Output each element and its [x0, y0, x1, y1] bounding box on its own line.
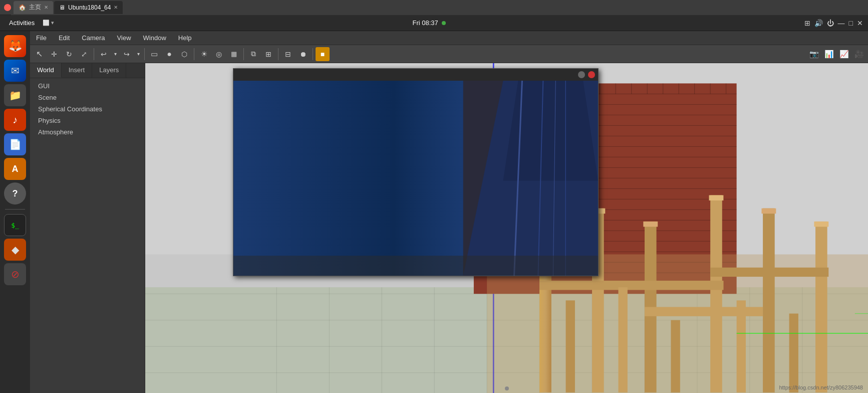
tool-copy[interactable]: ⧉: [246, 47, 260, 61]
menu-view[interactable]: View: [115, 33, 133, 43]
menu-help[interactable]: Help: [176, 33, 194, 43]
viewport-3d[interactable]: https://blog.csdn.net/zy806235948: [145, 63, 868, 393]
music-icon: ♪: [13, 114, 18, 126]
clock-display: Fri 08:37: [412, 19, 446, 27]
tool-translate[interactable]: ✛: [47, 47, 61, 61]
tab-home-close[interactable]: ✕: [44, 5, 48, 10]
status-dot: [442, 21, 446, 25]
browser-chrome: 🏠 主页 ✕ 🖥 Ubuntu1804_64 ✕: [0, 0, 868, 15]
sub-window-content: [233, 81, 598, 276]
window-close-icon[interactable]: ✕: [857, 19, 863, 27]
tool-grid[interactable]: ▦: [227, 47, 241, 61]
clock-area[interactable]: Fri 08:37: [412, 19, 446, 27]
tool-active-obj[interactable]: ■: [316, 47, 330, 61]
subwin-close[interactable]: [588, 71, 595, 78]
tool-cylinder[interactable]: ⬡: [177, 47, 191, 61]
panel-item-gui[interactable]: GUI: [30, 80, 145, 92]
sub-window[interactable]: [233, 68, 599, 276]
tool-log[interactable]: 📊: [822, 47, 836, 61]
tool-light-sun[interactable]: ☀: [197, 47, 211, 61]
taskbar-terminal[interactable]: $_: [4, 214, 26, 236]
tool-screenshot[interactable]: 📷: [807, 47, 821, 61]
redo-dropdown[interactable]: ▾: [135, 47, 142, 61]
tool-rotate[interactable]: ↻: [62, 47, 76, 61]
network-icon[interactable]: ⊞: [804, 19, 810, 27]
tool-undo[interactable]: ↩: [97, 47, 111, 61]
svg-rect-92: [233, 256, 598, 276]
browser-close-btn[interactable]: [4, 4, 11, 11]
svg-rect-67: [709, 195, 724, 200]
svg-rect-76: [671, 320, 680, 392]
toolbar-sep-6: [313, 48, 313, 60]
svg-rect-69: [814, 222, 828, 227]
content-area: World Insert Layers GUI Scene Spherical …: [30, 63, 868, 393]
svg-rect-73: [710, 268, 828, 277]
tool-light-spot[interactable]: ◎: [212, 47, 226, 61]
panel-item-atmosphere[interactable]: Atmosphere: [30, 126, 145, 138]
panel-item-spherical[interactable]: Spherical Coordinates: [30, 103, 145, 115]
tab-layers[interactable]: Layers: [92, 63, 126, 78]
tab-home[interactable]: 🏠 主页 ✕: [14, 1, 53, 14]
svg-rect-68: [761, 209, 776, 214]
taskbar-help[interactable]: ?: [4, 182, 26, 205]
tab-world[interactable]: World: [30, 63, 62, 78]
toolbar-sep-1: [94, 48, 94, 60]
power-icon[interactable]: ⏻: [827, 19, 834, 27]
tool-paste[interactable]: ⊞: [261, 47, 275, 61]
taskbar-layers[interactable]: ◆: [4, 239, 26, 261]
tool-video[interactable]: 🎥: [852, 47, 866, 61]
tool-box[interactable]: ▭: [147, 47, 161, 61]
menu-window[interactable]: Window: [141, 33, 168, 43]
gazebo-menubar: File Edit Camera View Window Help: [30, 31, 868, 45]
svg-rect-78: [789, 314, 798, 392]
tab-ubuntu-close[interactable]: ✕: [114, 5, 118, 10]
panel-item-physics[interactable]: Physics: [30, 115, 145, 126]
svg-rect-77: [737, 300, 746, 392]
blocked-icon: ⊘: [11, 268, 20, 280]
tool-sphere[interactable]: ●: [162, 47, 176, 61]
tab-insert[interactable]: Insert: [62, 63, 93, 78]
clock-time: Fri 08:37: [412, 19, 438, 27]
tool-plot[interactable]: 📈: [837, 47, 851, 61]
help-icon: ?: [13, 188, 18, 199]
menu-file[interactable]: File: [34, 33, 49, 43]
taskbar-font[interactable]: A: [4, 158, 26, 180]
toolbar-right: 📷 📊 📈 🎥: [807, 47, 866, 61]
sub-window-titlebar: [233, 69, 598, 81]
activities-button[interactable]: Activities: [5, 18, 39, 28]
panel-item-scene[interactable]: Scene: [30, 92, 145, 103]
menu-edit[interactable]: Edit: [57, 33, 72, 43]
taskbar-thunderbird[interactable]: ✉: [4, 60, 26, 82]
taskbar-music[interactable]: ♪: [4, 109, 26, 131]
window-max-icon[interactable]: □: [849, 19, 853, 27]
tab-home-label: 主页: [29, 3, 41, 12]
tool-align[interactable]: ⊟: [281, 47, 295, 61]
taskbar-firefox[interactable]: 🦊: [4, 35, 26, 57]
tool-scale[interactable]: ⤢: [77, 47, 91, 61]
subwin-minimize[interactable]: [578, 71, 585, 78]
toolbar-sep-5: [278, 48, 278, 60]
tab-ubuntu[interactable]: 🖥 Ubuntu1804_64 ✕: [54, 1, 123, 14]
svg-rect-84: [233, 81, 463, 276]
tab-bar: 🏠 主页 ✕ 🖥 Ubuntu1804_64 ✕: [11, 0, 868, 15]
menu-camera[interactable]: Camera: [80, 33, 107, 43]
layers-icon: ◆: [12, 244, 19, 256]
taskbar-files[interactable]: 📁: [4, 84, 26, 106]
tool-record[interactable]: ⏺: [296, 47, 310, 61]
gazebo-app: File Edit Camera View Window Help ↖ ✛ ↻ …: [30, 31, 868, 393]
toolbar-sep-3: [194, 48, 194, 60]
files-icon: 📁: [9, 89, 22, 101]
url-bar: https://blog.csdn.net/zy806235948: [779, 384, 863, 390]
taskbar-writer[interactable]: 📄: [4, 133, 26, 155]
tool-redo[interactable]: ↪: [120, 47, 134, 61]
system-bar-right: ⊞ 🔊 ⏻ — □ ✕: [804, 19, 863, 27]
svg-rect-62: [763, 209, 775, 392]
firefox-icon: 🦊: [9, 40, 22, 53]
undo-dropdown[interactable]: ▾: [112, 47, 119, 61]
taskbar-blocked[interactable]: ⊘: [4, 263, 26, 285]
volume-icon[interactable]: 🔊: [814, 19, 823, 27]
svg-rect-74: [566, 300, 575, 392]
svg-rect-61: [710, 195, 722, 392]
tool-select[interactable]: ↖: [32, 47, 46, 61]
window-min-icon[interactable]: —: [838, 19, 845, 27]
